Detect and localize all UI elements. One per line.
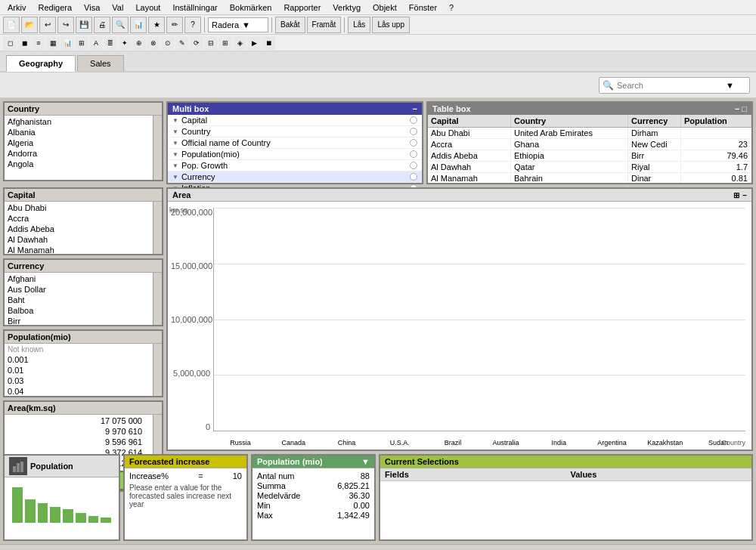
search-input[interactable] [617,81,723,90]
tb2-14[interactable]: ⟳ [190,36,203,50]
col-country[interactable]: Country [511,115,628,127]
tb2-16[interactable]: ⊞ [218,36,232,50]
currency-scrollbar[interactable] [153,273,162,325]
list-item[interactable]: 0.001 [5,354,153,365]
menu-val[interactable]: Val [109,3,126,12]
list-item[interactable]: 9 970 610 [5,426,153,437]
tb-chart[interactable]: 📊 [130,17,147,33]
tb-redo[interactable]: ↪ [57,17,74,33]
currency-mb-radio[interactable] [410,173,417,181]
list-item[interactable]: Accra [5,213,153,224]
population-scrollbar[interactable] [153,344,162,396]
list-item[interactable]: 0.04 [5,386,153,396]
tb-forward[interactable]: Framåt [307,17,342,33]
tb2-13[interactable]: ✎ [175,36,189,50]
list-item[interactable]: Not known [5,345,153,354]
tb-help[interactable]: ? [184,17,201,33]
list-item[interactable]: 17 075 000 [5,416,153,426]
tb-save[interactable]: 💾 [76,17,92,33]
list-item[interactable]: Aus Dollar [5,284,153,295]
tab-sales[interactable]: Sales [77,55,124,71]
tb-edit[interactable]: ✏ [166,17,183,33]
tb2-17[interactable]: ◈ [233,36,246,50]
currency-mb-dropdown-arrow[interactable]: ▼ [172,174,178,181]
tb2-5[interactable]: 📊 [60,36,74,50]
list-item[interactable]: Addis Abeba [5,224,153,234]
list-item[interactable]: Al Manamah [5,245,153,254]
list-item[interactable]: Abu Dhabi [5,202,153,213]
country-radio[interactable] [410,128,417,135]
growth-dropdown-arrow[interactable]: ▼ [172,162,178,169]
tb2-1[interactable]: ◻ [3,36,17,50]
pop-dropdown-arrow[interactable]: ▼ [172,151,178,158]
list-item[interactable]: 0.01 [5,365,153,375]
col-population[interactable]: Population [681,115,751,127]
list-item[interactable]: Albania [5,127,153,138]
menu-fonster[interactable]: Fönster [406,3,440,12]
menu-bokmarken[interactable]: Bokmärken [227,3,275,12]
tb-new[interactable]: 📄 [3,17,20,33]
tb-back[interactable]: Bakåt [275,17,305,33]
growth-radio[interactable] [410,162,417,169]
tb-search[interactable]: 🔍 [112,17,129,33]
capital-radio[interactable] [410,116,417,124]
capital-scrollbar[interactable] [153,202,162,254]
menu-arkiv[interactable]: Arkiv [5,3,29,12]
tb2-10[interactable]: ⊕ [132,36,146,50]
list-item[interactable]: 9 596 961 [5,437,153,447]
menu-verktyg[interactable]: Verktyg [330,3,364,12]
tb-undo[interactable]: ↩ [39,17,56,33]
tb-unlock[interactable]: Lås upp [372,17,410,33]
tb2-19[interactable]: ⏹ [262,36,275,50]
table-row[interactable]: Accra Ghana New Cedi 23 [428,139,751,150]
area-chart-icon1[interactable]: ⊞ [733,191,739,199]
official-dropdown-arrow[interactable]: ▼ [172,140,178,147]
tb2-9[interactable]: ✦ [118,36,132,50]
menu-visa[interactable]: Visa [81,3,103,12]
search-box[interactable]: 🔍 ▼ [599,77,750,94]
table-row[interactable]: Addis Abeba Ethiopia Birr 79.46 [428,150,751,162]
country-dropdown-arrow[interactable]: ▼ [172,128,178,135]
search-dropdown-icon[interactable]: ▼ [726,81,734,90]
menu-rapporter[interactable]: Rapporter [280,3,324,12]
tb2-6[interactable]: ⊞ [75,36,88,50]
tb2-11[interactable]: ⊗ [147,36,160,50]
tb2-7[interactable]: A [89,36,103,50]
multi-box-close[interactable]: − [413,104,417,113]
col-currency[interactable]: Currency [628,115,681,127]
tb2-18[interactable]: ▶ [247,36,261,50]
list-item[interactable]: Al Dawhah [5,234,153,245]
tb2-15[interactable]: ⊟ [204,36,218,50]
menu-help[interactable]: ? [446,3,457,12]
pop-mio-scroll[interactable]: ▼ [361,457,370,466]
list-item[interactable]: Angola [5,159,153,169]
list-item[interactable]: Balboa [5,305,153,316]
tb2-12[interactable]: ⊙ [161,36,175,50]
table-row[interactable]: Al Manamah Bahrain Dinar 0.81 [428,173,751,183]
pop-radio[interactable] [410,150,417,158]
menu-layout[interactable]: Layout [132,3,163,12]
table-row[interactable]: Al Dawhah Qatar Riyal 1.7 [428,162,751,173]
list-item[interactable]: Afghanistan [5,116,153,127]
tb2-3[interactable]: ≡ [32,36,45,50]
menu-redigera[interactable]: Redigera [35,3,75,12]
menu-installningar[interactable]: Inställningar [169,3,220,12]
area-chart-minimize[interactable]: − [742,191,747,199]
capital-dropdown-arrow[interactable]: ▼ [172,117,178,124]
list-item[interactable]: Baht [5,295,153,305]
list-item[interactable]: Birr [5,316,153,325]
radera-combo[interactable]: Radera ▼ [208,17,268,32]
col-capital[interactable]: Capital [428,115,511,127]
list-item[interactable]: Afghani [5,273,153,284]
tb2-4[interactable]: ▦ [46,36,60,50]
official-radio[interactable] [410,139,417,147]
tb2-2[interactable]: ◼ [17,36,31,50]
tb-lock[interactable]: Lås [348,17,370,33]
tb-print[interactable]: 🖨 [94,17,110,33]
tab-geography[interactable]: Geography [6,55,76,72]
tb-open[interactable]: 📂 [21,17,38,33]
menu-objekt[interactable]: Objekt [370,3,400,12]
tb-star[interactable]: ★ [148,17,165,33]
list-item[interactable]: Andorra [5,148,153,159]
table-row[interactable]: Abu Dhabi United Arab Emirates Dirham [428,128,751,139]
